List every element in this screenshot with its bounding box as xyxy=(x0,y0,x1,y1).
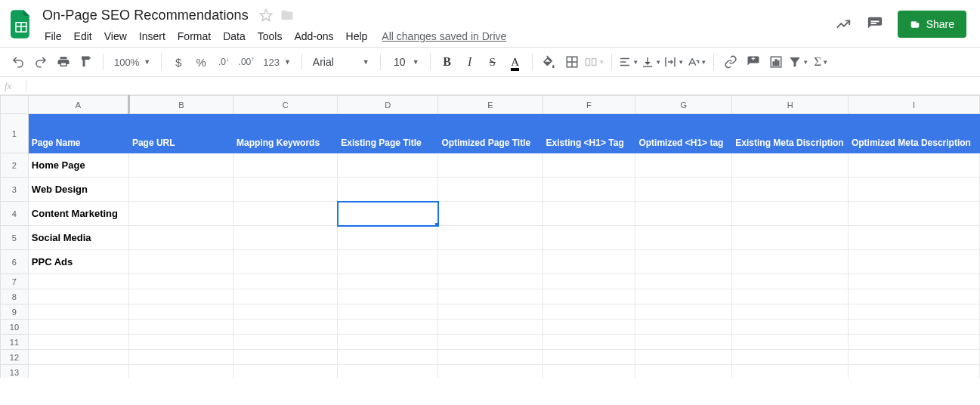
select-all-corner[interactable] xyxy=(1,96,29,114)
font-family-dropdown[interactable]: Arial▼ xyxy=(308,51,374,73)
strikethrough-button[interactable]: S xyxy=(482,51,503,73)
borders-button[interactable] xyxy=(561,51,583,73)
cell-A5[interactable]: Social Media xyxy=(28,226,128,250)
col-header-A[interactable]: A xyxy=(28,96,128,114)
cell-D2[interactable] xyxy=(338,153,438,178)
paint-format-button[interactable] xyxy=(76,51,97,73)
cell-I3[interactable] xyxy=(848,178,979,202)
cell-H3[interactable] xyxy=(732,178,849,202)
cell-D4[interactable] xyxy=(338,202,438,226)
menu-edit[interactable]: Edit xyxy=(69,27,97,45)
cell-F8[interactable] xyxy=(543,289,635,305)
vertical-align-button[interactable]: ▼ xyxy=(641,51,662,73)
cell-G9[interactable] xyxy=(635,305,732,320)
cell-G10[interactable] xyxy=(635,320,732,335)
zoom-dropdown[interactable]: 100%▼ xyxy=(110,51,155,73)
cell-B10[interactable] xyxy=(128,320,233,335)
menu-tools[interactable]: Tools xyxy=(252,27,288,45)
cell-I10[interactable] xyxy=(848,320,979,335)
more-formats-dropdown[interactable]: 123▼ xyxy=(258,51,295,73)
cell-E10[interactable] xyxy=(438,320,543,335)
cell-F13[interactable] xyxy=(543,365,635,379)
cell-C5[interactable] xyxy=(233,226,338,250)
cell-C8[interactable] xyxy=(233,289,338,305)
cell-B6[interactable] xyxy=(128,250,233,274)
cell-H10[interactable] xyxy=(732,320,849,335)
increase-decimal-button[interactable]: .00↑ xyxy=(236,51,257,73)
cell-I9[interactable] xyxy=(848,305,979,320)
cell-B5[interactable] xyxy=(128,226,233,250)
cell-F7[interactable] xyxy=(543,274,635,289)
cell-I5[interactable] xyxy=(848,226,979,250)
cell-C7[interactable] xyxy=(233,274,338,289)
cell-B2[interactable] xyxy=(128,153,233,178)
row-header-13[interactable]: 13 xyxy=(1,365,29,379)
row-header-9[interactable]: 9 xyxy=(1,305,29,320)
move-folder-icon[interactable] xyxy=(280,8,294,22)
cell-H6[interactable] xyxy=(732,250,849,274)
cell-C13[interactable] xyxy=(233,365,338,379)
cell-G12[interactable] xyxy=(635,350,732,365)
cell-B12[interactable] xyxy=(128,350,233,365)
cell-H1[interactable]: Existing Meta Discription xyxy=(732,114,849,153)
cell-H13[interactable] xyxy=(732,365,849,379)
cell-H7[interactable] xyxy=(732,274,849,289)
cell-D8[interactable] xyxy=(338,289,438,305)
row-header-4[interactable]: 4 xyxy=(1,202,29,226)
star-icon[interactable] xyxy=(259,8,273,22)
cell-A6[interactable]: PPC Ads xyxy=(28,250,128,274)
cell-A4[interactable]: Content Marketing xyxy=(28,202,128,226)
cell-C3[interactable] xyxy=(233,178,338,202)
cell-E7[interactable] xyxy=(438,274,543,289)
cell-C1[interactable]: Mapping Keywords xyxy=(233,114,338,153)
row-header-12[interactable]: 12 xyxy=(1,350,29,365)
cell-A2[interactable]: Home Page xyxy=(28,153,128,178)
cell-D7[interactable] xyxy=(338,274,438,289)
cell-E8[interactable] xyxy=(438,289,543,305)
spreadsheet-grid[interactable]: ABCDEFGHI1Page NamePage URLMapping Keywo… xyxy=(0,95,980,378)
row-header-2[interactable]: 2 xyxy=(1,153,29,178)
col-header-B[interactable]: B xyxy=(128,96,233,114)
row-header-1[interactable]: 1 xyxy=(1,114,29,153)
cell-E1[interactable]: Optimized Page Title xyxy=(438,114,543,153)
row-header-8[interactable]: 8 xyxy=(1,289,29,305)
cell-D3[interactable] xyxy=(338,178,438,202)
col-header-E[interactable]: E xyxy=(438,96,543,114)
text-wrap-button[interactable]: ▼ xyxy=(663,51,685,73)
cell-D12[interactable] xyxy=(338,350,438,365)
text-rotation-button[interactable]: ▼ xyxy=(686,51,707,73)
cell-I6[interactable] xyxy=(848,250,979,274)
document-title[interactable]: On-Page SEO Recommendations xyxy=(39,6,252,25)
insert-link-button[interactable] xyxy=(720,51,741,73)
cell-C12[interactable] xyxy=(233,350,338,365)
cell-H11[interactable] xyxy=(732,335,849,350)
cell-E12[interactable] xyxy=(438,350,543,365)
cell-I2[interactable] xyxy=(848,153,979,178)
cell-E11[interactable] xyxy=(438,335,543,350)
cell-G3[interactable] xyxy=(635,178,732,202)
cell-I12[interactable] xyxy=(848,350,979,365)
horizontal-align-button[interactable]: ▼ xyxy=(618,51,639,73)
cell-E5[interactable] xyxy=(438,226,543,250)
col-header-D[interactable]: D xyxy=(338,96,438,114)
cell-F11[interactable] xyxy=(543,335,635,350)
menu-file[interactable]: File xyxy=(39,27,67,45)
sheets-logo[interactable] xyxy=(6,6,36,42)
cell-B9[interactable] xyxy=(128,305,233,320)
cell-C9[interactable] xyxy=(233,305,338,320)
undo-button[interactable] xyxy=(8,51,29,73)
row-header-6[interactable]: 6 xyxy=(1,250,29,274)
cell-A1[interactable]: Page Name xyxy=(28,114,128,153)
col-header-C[interactable]: C xyxy=(233,96,338,114)
redo-button[interactable] xyxy=(30,51,51,73)
bold-button[interactable]: B xyxy=(437,51,458,73)
cell-G1[interactable]: Optimized <H1> tag xyxy=(635,114,732,153)
cell-B3[interactable] xyxy=(128,178,233,202)
cell-F9[interactable] xyxy=(543,305,635,320)
cell-B8[interactable] xyxy=(128,289,233,305)
cell-G8[interactable] xyxy=(635,289,732,305)
col-header-I[interactable]: I xyxy=(848,96,979,114)
cell-H9[interactable] xyxy=(732,305,849,320)
cell-C4[interactable] xyxy=(233,202,338,226)
cell-F12[interactable] xyxy=(543,350,635,365)
